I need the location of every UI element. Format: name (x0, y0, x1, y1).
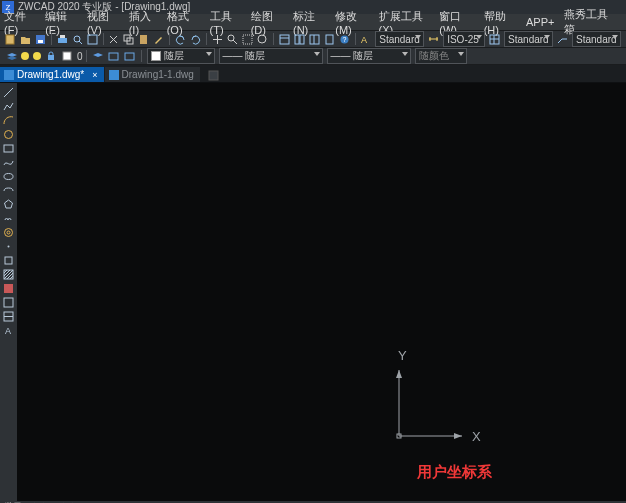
menu-file[interactable]: 文件(F) (4, 9, 35, 36)
svg-text:A: A (5, 326, 11, 336)
svg-rect-43 (5, 257, 12, 264)
publish-icon[interactable] (87, 33, 98, 45)
lineweight-combo[interactable]: —— 随层 (327, 48, 411, 64)
menu-modify[interactable]: 修改(M) (335, 9, 368, 36)
menu-dim[interactable]: 标注(N) (293, 9, 325, 36)
layer-color-icon[interactable] (61, 50, 73, 62)
svg-rect-32 (63, 52, 71, 60)
layer-lock-icon[interactable] (45, 50, 57, 62)
circle-tool-icon[interactable] (3, 128, 15, 140)
arc-tool-icon[interactable] (3, 114, 15, 126)
separator (86, 50, 87, 62)
spline-tool-icon[interactable] (3, 156, 15, 168)
mleaderstyle-icon[interactable] (557, 33, 568, 45)
help-icon[interactable]: ? (339, 33, 350, 45)
text-style-combo[interactable]: Standard (375, 31, 424, 47)
textstyle-icon[interactable]: A (360, 33, 371, 45)
tab-drawing1[interactable]: Drawing1.dwg* × (0, 67, 104, 82)
table-tool-icon[interactable] (3, 310, 15, 322)
ellipsearc-tool-icon[interactable] (3, 184, 15, 196)
color-value: 随颜色 (419, 49, 449, 63)
matchprop-icon[interactable] (153, 33, 164, 45)
paste-icon[interactable] (138, 33, 149, 45)
svg-rect-13 (243, 35, 252, 44)
layer-on-icon[interactable] (21, 52, 29, 60)
mleader-style-value: Standard (576, 34, 617, 45)
svg-rect-21 (326, 35, 333, 44)
ucs-icon: Y X (377, 348, 487, 458)
redo-icon[interactable] (190, 33, 201, 45)
save-icon[interactable] (35, 33, 46, 45)
calc-icon[interactable] (324, 33, 335, 45)
layer-prev-icon[interactable] (92, 50, 104, 62)
print-icon[interactable] (57, 33, 68, 45)
svg-point-42 (8, 245, 10, 247)
undo-icon[interactable] (175, 33, 186, 45)
layer-freeze-icon[interactable] (33, 52, 41, 60)
menu-draw[interactable]: 绘图(D) (251, 9, 283, 36)
revcloud-tool-icon[interactable] (3, 212, 15, 224)
menu-format[interactable]: 格式(O) (167, 9, 200, 36)
new-icon[interactable] (5, 33, 16, 45)
svg-rect-46 (4, 298, 13, 307)
chevron-down-icon (612, 35, 618, 39)
chevron-down-icon (402, 52, 408, 56)
dim-style-combo[interactable]: ISO-25 (443, 31, 485, 47)
toolpal-icon[interactable] (309, 33, 320, 45)
work-area: A Y X 用户坐标系 (0, 83, 626, 501)
separator (103, 33, 104, 45)
dimstyle-icon[interactable] (428, 33, 439, 45)
separator (355, 33, 356, 45)
dcenter-icon[interactable] (294, 33, 305, 45)
pan-icon[interactable] (212, 33, 223, 45)
tablestyle-icon[interactable] (489, 33, 500, 45)
region-tool-icon[interactable] (3, 296, 15, 308)
layer-state-icon[interactable] (108, 50, 120, 62)
cut-icon[interactable] (108, 33, 119, 45)
menu-insert[interactable]: 插入(I) (129, 9, 157, 36)
close-icon[interactable]: × (92, 70, 97, 80)
hatch-tool-icon[interactable] (3, 268, 15, 280)
svg-rect-4 (60, 35, 65, 38)
layer-props-icon[interactable] (5, 50, 17, 62)
svg-rect-17 (295, 35, 299, 44)
svg-rect-15 (280, 35, 289, 44)
text-tool-icon[interactable]: A (3, 324, 15, 336)
zoom-window-icon[interactable] (242, 33, 253, 45)
props-icon[interactable] (279, 33, 290, 45)
new-tab-button[interactable] (207, 68, 221, 82)
ellipse-tool-icon[interactable] (3, 170, 15, 182)
file-icon (4, 70, 14, 80)
menu-tools[interactable]: 工具(T) (210, 9, 241, 36)
tab-drawing1-1[interactable]: Drawing1-1.dwg (105, 67, 200, 82)
drawing-canvas[interactable]: Y X 用户坐标系 (17, 83, 626, 501)
linetype-value: —— 随层 (223, 49, 266, 63)
line-tool-icon[interactable] (3, 86, 15, 98)
svg-rect-34 (125, 53, 134, 60)
menu-app[interactable]: APP+ (526, 16, 554, 28)
pline-tool-icon[interactable] (3, 100, 15, 112)
linetype-combo[interactable]: —— 随层 (219, 48, 323, 64)
preview-icon[interactable] (72, 33, 83, 45)
zoom-icon[interactable] (227, 33, 238, 45)
svg-point-41 (7, 231, 10, 234)
layer-combo[interactable]: 随层 (147, 48, 215, 64)
rect-tool-icon[interactable] (3, 142, 15, 154)
block-tool-icon[interactable] (3, 254, 15, 266)
color-combo[interactable]: 随颜色 (415, 48, 467, 64)
zoom-prev-icon[interactable] (257, 33, 268, 45)
copy-icon[interactable] (123, 33, 134, 45)
table-style-combo[interactable]: Standard (504, 31, 553, 47)
mleader-style-combo[interactable]: Standard (572, 31, 621, 47)
menu-edit[interactable]: 编辑(E) (45, 9, 77, 36)
gradient-tool-icon[interactable] (3, 282, 15, 294)
chevron-down-icon (458, 52, 464, 56)
point-tool-icon[interactable] (3, 240, 15, 252)
open-icon[interactable] (20, 33, 31, 45)
donut-tool-icon[interactable] (3, 226, 15, 238)
layer-iso-icon[interactable] (124, 50, 136, 62)
menu-view[interactable]: 视图(V) (87, 9, 119, 36)
ucs-y-label: Y (398, 348, 407, 363)
polygon-tool-icon[interactable] (3, 198, 15, 210)
toolbar-draw: A (0, 83, 17, 501)
